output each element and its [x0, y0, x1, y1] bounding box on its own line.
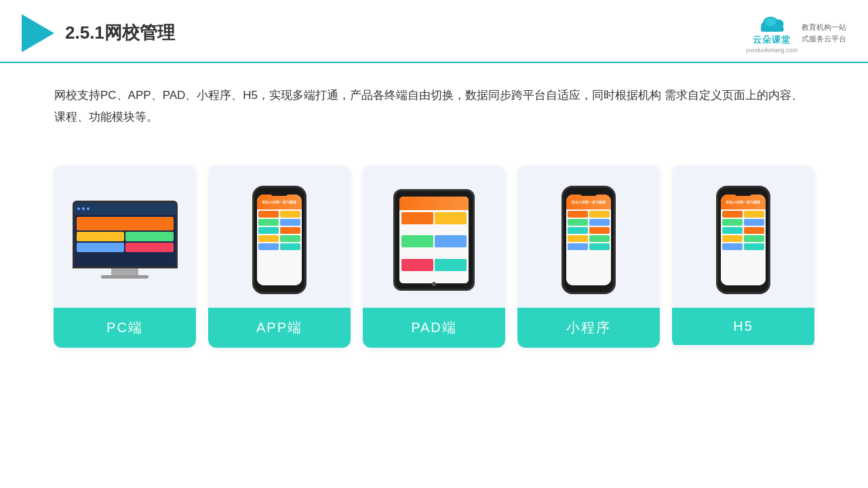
- svg-point-5: [765, 18, 776, 26]
- pc-device-icon: [67, 201, 182, 279]
- card-app: 职达人的第一堂习题课: [208, 165, 351, 348]
- description-text: 网校支持PC、APP、PAD、小程序、H5，实现多端打通，产品各终端自由切换，数…: [0, 63, 868, 142]
- h5-device-icon: 职达人的第一堂习题课: [716, 186, 770, 294]
- card-h5-image: 职达人的第一堂习题课: [672, 165, 814, 308]
- brand-name: 云朵课堂: [753, 34, 791, 46]
- card-h5-label: H5: [672, 308, 814, 345]
- card-pad-image: [363, 165, 505, 308]
- pad-device-icon: [393, 189, 475, 291]
- card-miniapp-label: 小程序: [517, 308, 660, 348]
- brand-logo: 云朵课堂 yunduoketang.com 教育机构一站式服务云平台: [746, 12, 846, 54]
- logo-triangle-icon: [22, 14, 54, 52]
- card-pad-label: PAD端: [363, 308, 505, 348]
- brand-tagline: 教育机构一站式服务云平台: [802, 22, 846, 44]
- cards-container: PC端 职达人的第一堂习题课: [0, 149, 868, 348]
- header-right: 云朵课堂 yunduoketang.com 教育机构一站式服务云平台: [746, 12, 846, 54]
- miniapp-device-icon: 职达人的第一堂习题课: [561, 186, 616, 294]
- header-left: 2.5.1网校管理: [22, 14, 175, 52]
- page-title: 2.5.1网校管理: [65, 21, 175, 45]
- card-pc-label: PC端: [54, 308, 196, 348]
- card-pc: PC端: [54, 165, 196, 348]
- brand-url: yunduoketang.com: [746, 47, 797, 54]
- app-device-icon: 职达人的第一堂习题课: [252, 186, 307, 294]
- svg-rect-4: [761, 26, 784, 32]
- cloud-icon: 云朵课堂 yunduoketang.com: [746, 12, 797, 54]
- card-miniapp-image: 职达人的第一堂习题课: [517, 165, 660, 308]
- card-app-image: 职达人的第一堂习题课: [208, 165, 351, 308]
- card-miniapp: 职达人的第一堂习题课: [517, 165, 660, 348]
- card-app-label: APP端: [208, 308, 351, 348]
- card-pad: PAD端: [363, 165, 505, 348]
- card-h5: 职达人的第一堂习题课: [672, 165, 814, 348]
- card-pc-image: [54, 165, 196, 308]
- header: 2.5.1网校管理 云朵课堂 yunduoketang.com 教育机构一站式服…: [0, 0, 868, 63]
